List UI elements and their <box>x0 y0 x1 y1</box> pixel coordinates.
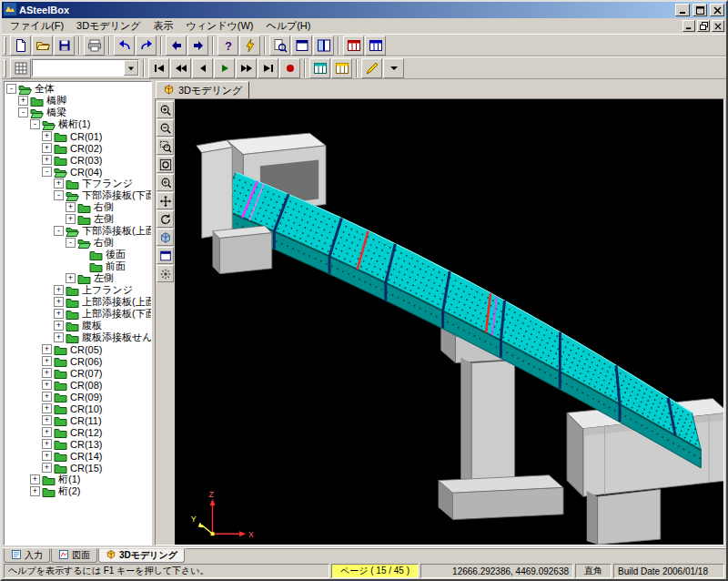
undo-button[interactable] <box>114 36 135 56</box>
zoom-fit-button[interactable] <box>157 156 174 173</box>
expand-toggle[interactable]: + <box>42 131 52 141</box>
tree-item[interactable]: +CR(07) <box>5 367 151 379</box>
zoom-previous-button[interactable] <box>157 174 174 191</box>
forward-arrow-button[interactable] <box>187 36 208 56</box>
expand-toggle[interactable]: + <box>66 273 76 283</box>
tree-item[interactable]: +橋脚 <box>5 95 151 107</box>
window-blue-button[interactable] <box>291 36 312 56</box>
media-prev-fast-button[interactable] <box>170 58 191 78</box>
new-file-button[interactable] <box>10 36 31 56</box>
media-next-fast-button[interactable] <box>236 58 257 78</box>
view-settings-button[interactable] <box>157 265 174 282</box>
expand-toggle[interactable]: + <box>54 321 64 331</box>
selection-combo[interactable] <box>32 59 139 76</box>
close-button[interactable] <box>710 4 724 16</box>
tree-item[interactable]: +上部添接板(下面) <box>5 308 151 320</box>
expand-toggle[interactable]: + <box>42 143 52 153</box>
help-button[interactable]: ? <box>217 36 238 56</box>
expand-toggle[interactable]: + <box>42 451 52 461</box>
collapse-toggle[interactable]: - <box>54 226 64 236</box>
tree-item[interactable]: +CR(09) <box>5 391 151 403</box>
collapse-toggle[interactable]: - <box>66 238 76 248</box>
3d-canvas[interactable]: Z X Y <box>175 99 723 545</box>
rotate-button[interactable] <box>157 210 174 228</box>
expand-toggle[interactable]: + <box>54 178 64 189</box>
table-cyan-button[interactable] <box>309 58 330 78</box>
menu-item-4[interactable]: ヘルプ(H) <box>259 18 317 34</box>
zoom-in-button[interactable] <box>157 101 174 118</box>
expand-toggle[interactable]: + <box>42 463 52 473</box>
save-button[interactable] <box>54 36 75 56</box>
expand-toggle[interactable]: + <box>30 486 40 496</box>
media-last-button[interactable] <box>258 58 278 78</box>
tree-item[interactable]: +CR(08) <box>5 379 151 391</box>
tree-item[interactable]: 後面 <box>5 249 151 260</box>
tree-item[interactable]: +CR(11) <box>5 414 151 426</box>
collapse-toggle[interactable]: - <box>18 107 28 117</box>
preview-button[interactable] <box>269 36 290 56</box>
expand-toggle[interactable]: + <box>54 297 64 307</box>
expand-toggle[interactable]: + <box>66 214 76 224</box>
collapse-toggle[interactable]: - <box>30 119 40 129</box>
tree-item[interactable]: +CR(12) <box>5 426 151 438</box>
media-record-button[interactable] <box>279 58 300 78</box>
tree-item[interactable]: -下部添接板(下面) <box>5 189 151 201</box>
expand-toggle[interactable]: + <box>42 427 52 437</box>
expand-toggle[interactable]: + <box>54 309 64 319</box>
tree-item[interactable]: +CR(02) <box>5 142 151 154</box>
pan-button[interactable] <box>157 192 174 209</box>
open-folder-button[interactable] <box>32 36 53 56</box>
tree-item[interactable]: +CR(13) <box>5 438 151 450</box>
lightning-button[interactable] <box>239 36 260 56</box>
tree-item[interactable]: +CR(14) <box>5 450 151 462</box>
tree-item[interactable]: -全体 <box>5 83 151 95</box>
menu-item-0[interactable]: ファイル(F) <box>4 18 70 34</box>
tree-item[interactable]: +腹板添接板せん断 <box>5 331 151 343</box>
tree-item[interactable]: +CR(06) <box>5 355 151 367</box>
expand-toggle[interactable]: + <box>18 96 28 106</box>
dropdown-small-button[interactable] <box>383 58 404 78</box>
expand-toggle[interactable]: + <box>42 392 52 402</box>
expand-toggle[interactable]: + <box>42 439 52 449</box>
zoom-window-button[interactable] <box>157 138 174 155</box>
minimize-button[interactable] <box>675 4 690 16</box>
expand-toggle[interactable]: + <box>42 380 52 390</box>
window-blue-button[interactable] <box>157 247 174 264</box>
tree-item[interactable]: 前面 <box>5 260 151 272</box>
tab-3d-modeling[interactable]: 3Dモデリング <box>156 81 249 98</box>
collapse-toggle[interactable]: - <box>42 167 52 177</box>
menu-item-3[interactable]: ウィンドウ(W) <box>179 18 259 34</box>
print-button[interactable] <box>84 36 105 56</box>
pencil-button[interactable] <box>361 58 382 78</box>
expand-toggle[interactable]: + <box>42 356 52 366</box>
media-first-button[interactable] <box>148 58 169 78</box>
table-yellow-button[interactable] <box>331 58 352 78</box>
title-bar[interactable]: ASteelBox <box>2 2 726 18</box>
expand-toggle[interactable]: + <box>42 368 52 378</box>
expand-toggle[interactable]: + <box>42 344 52 354</box>
redo-button[interactable] <box>136 36 157 56</box>
back-arrow-button[interactable] <box>166 36 187 56</box>
mdi-close-button[interactable] <box>712 20 724 32</box>
tree-item[interactable]: -右側 <box>5 237 151 249</box>
mdi-restore-button[interactable] <box>697 20 710 32</box>
mdi-minimize-button[interactable] <box>682 20 695 32</box>
table-blue-button[interactable] <box>365 36 386 56</box>
tab-3d-modeling-bottom[interactable]: 3Dモデリング <box>98 548 185 563</box>
tab-drawing[interactable]: 図面 <box>51 548 97 563</box>
tree-item[interactable]: +CR(05) <box>5 343 151 355</box>
table-red-button[interactable] <box>343 36 364 56</box>
grid-small-button[interactable] <box>10 58 31 78</box>
tree-item[interactable]: +CR(01) <box>5 130 151 142</box>
collapse-toggle[interactable]: - <box>54 190 64 200</box>
tree-item[interactable]: +CR(10) <box>5 403 151 414</box>
menu-item-1[interactable]: 3Dモデリング <box>70 18 147 34</box>
zoom-out-button[interactable] <box>157 119 174 137</box>
tree-item[interactable]: +CR(03) <box>5 154 151 166</box>
tab-input[interactable]: 入力 <box>4 548 50 563</box>
window-split-button[interactable] <box>313 36 334 56</box>
expand-toggle[interactable]: + <box>54 332 64 342</box>
tree-item[interactable]: +桁(2) <box>5 485 151 497</box>
media-play-button[interactable] <box>214 58 235 78</box>
expand-toggle[interactable]: + <box>66 202 76 212</box>
